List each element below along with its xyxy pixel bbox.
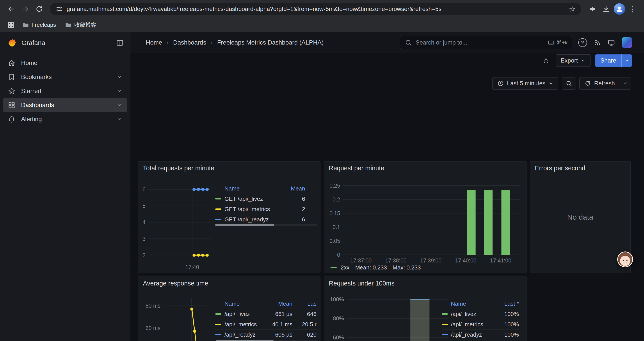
series-toggle[interactable]: /api/_readyz bbox=[215, 331, 262, 338]
time-range-picker[interactable]: Last 5 minutes bbox=[492, 77, 558, 90]
series-mean: Mean: 0.233 bbox=[355, 264, 387, 271]
legend-header-name[interactable]: Name bbox=[224, 185, 240, 192]
svg-text:2: 2 bbox=[142, 252, 146, 258]
extensions-button[interactable] bbox=[586, 3, 598, 15]
sidebar-item-starred[interactable]: Starred bbox=[3, 84, 127, 98]
display-button[interactable] bbox=[608, 39, 615, 46]
search-input[interactable] bbox=[416, 39, 544, 46]
shortcut-text: ⌘+k bbox=[556, 40, 568, 46]
svg-text:17:40: 17:40 bbox=[186, 264, 199, 270]
chevron-down-icon bbox=[548, 81, 553, 86]
bookmark-folder-freeleaps[interactable]: Freeleaps bbox=[19, 21, 59, 30]
series-toggle[interactable]: /api/_livez bbox=[442, 311, 495, 317]
favorite-star-icon[interactable]: ☆ bbox=[542, 56, 550, 65]
breadcrumb-home[interactable]: Home bbox=[146, 39, 162, 46]
brand-name: Grafana bbox=[22, 39, 45, 47]
panel-title[interactable]: Request per minute bbox=[329, 165, 384, 172]
grafana-logo[interactable] bbox=[6, 38, 17, 48]
zoom-out-button[interactable] bbox=[562, 77, 576, 90]
dashboard-toolbar: ☆ Export Share bbox=[130, 53, 644, 68]
refresh-interval-button[interactable] bbox=[620, 77, 631, 90]
legend-header-last[interactable]: Last * bbox=[495, 300, 519, 307]
svg-text:17:39:00: 17:39:00 bbox=[420, 257, 442, 263]
series-toggle[interactable]: /api/_metrics bbox=[442, 321, 495, 328]
browser-reload-button[interactable] bbox=[33, 3, 46, 15]
bookmark-label: 收藏博客 bbox=[74, 21, 96, 29]
svg-text:17:40:00: 17:40:00 bbox=[455, 257, 476, 263]
apps-grid-button[interactable] bbox=[6, 20, 16, 30]
downloads-button[interactable] bbox=[600, 3, 612, 15]
browser-profile-avatar[interactable] bbox=[614, 3, 625, 15]
site-info-icon[interactable] bbox=[56, 6, 63, 13]
help-button[interactable]: ? bbox=[578, 38, 587, 47]
browser-back-button[interactable] bbox=[5, 3, 18, 15]
user-avatar[interactable] bbox=[622, 37, 632, 48]
scrollbar-thumb[interactable] bbox=[215, 224, 274, 226]
panel-title[interactable]: Total requests per minute bbox=[143, 165, 214, 172]
series-toggle[interactable]: /api/_readyz bbox=[442, 331, 495, 338]
svg-text:17:41:00: 17:41:00 bbox=[490, 257, 512, 263]
export-label: Export bbox=[561, 57, 578, 64]
bookmark-folder-blogs[interactable]: 收藏博客 bbox=[62, 20, 99, 30]
series-toggle[interactable]: GET /api/_livez bbox=[215, 195, 288, 202]
panel-requests-under-100ms: Requests under 100ms 0%20%40%60%80%100%1… bbox=[324, 276, 526, 341]
address-bar[interactable]: ☆ bbox=[50, 3, 581, 15]
avatar-face-icon bbox=[618, 252, 632, 267]
download-icon bbox=[602, 5, 610, 13]
share-menu-button[interactable] bbox=[622, 55, 632, 67]
series-swatch-yellow bbox=[215, 208, 222, 210]
panel-title[interactable]: Requests under 100ms bbox=[329, 280, 394, 287]
breadcrumb-dashboards[interactable]: Dashboards bbox=[173, 39, 206, 46]
sidebar-item-alerting[interactable]: Alerting bbox=[3, 112, 127, 126]
sidebar-item-dashboards[interactable]: Dashboards bbox=[3, 98, 127, 112]
home-icon bbox=[8, 59, 15, 67]
refresh-button[interactable]: Refresh bbox=[579, 77, 620, 90]
url-input[interactable] bbox=[67, 6, 565, 13]
refresh-icon bbox=[584, 80, 591, 87]
legend-header-last[interactable]: Las bbox=[292, 300, 316, 307]
legend-header-mean[interactable]: Mean bbox=[262, 300, 292, 307]
series-swatch-green bbox=[215, 198, 222, 199]
clock-icon bbox=[497, 80, 504, 87]
bookmark-star-icon[interactable]: ☆ bbox=[569, 5, 576, 14]
panel-title[interactable]: Average response time bbox=[143, 280, 208, 287]
legend-row: /api/_metrics 100% bbox=[442, 319, 519, 329]
bookmark-label: Freeleaps bbox=[32, 22, 56, 28]
legend-header-name[interactable]: Name bbox=[224, 300, 240, 307]
sidebar-item-home[interactable]: Home bbox=[3, 56, 127, 70]
share-split-button: Share bbox=[595, 55, 632, 67]
puzzle-icon bbox=[588, 5, 596, 13]
news-button[interactable] bbox=[594, 39, 601, 46]
grafana-app: Grafana Home Bookmarks Starred bbox=[0, 32, 644, 341]
series-toggle[interactable]: GET /api/_metrics bbox=[215, 206, 288, 213]
series-swatch-green bbox=[330, 267, 337, 268]
chevron-down-icon bbox=[581, 58, 586, 63]
series-toggle[interactable]: /api/_metrics bbox=[215, 321, 262, 328]
legend-header-name[interactable]: Name bbox=[451, 300, 466, 307]
legend-header-mean[interactable]: Mean bbox=[288, 185, 305, 192]
series-toggle[interactable]: GET /api/_readyz bbox=[215, 216, 288, 223]
svg-text:0.05: 0.05 bbox=[330, 238, 340, 244]
series-swatch-green bbox=[442, 313, 448, 315]
browser-forward-button[interactable] bbox=[19, 3, 32, 15]
sidebar-item-bookmarks[interactable]: Bookmarks bbox=[3, 70, 127, 84]
top-nav: Home › Dashboards › Freeleaps Metrics Da… bbox=[130, 32, 644, 53]
svg-text:0.1: 0.1 bbox=[332, 224, 340, 230]
search-box[interactable]: ⌘+k bbox=[400, 36, 572, 49]
svg-text:17:37:00: 17:37:00 bbox=[350, 257, 372, 263]
series-swatch-green bbox=[215, 313, 222, 315]
sidebar-collapse-button[interactable] bbox=[116, 39, 124, 47]
share-label: Share bbox=[600, 57, 616, 64]
topnav-icons: ? bbox=[578, 37, 632, 48]
browser-menu-button[interactable]: ⋮ bbox=[626, 3, 639, 15]
breadcrumb: Home › Dashboards › Freeleaps Metrics Da… bbox=[146, 39, 324, 46]
assistant-avatar[interactable] bbox=[617, 251, 633, 267]
series-toggle[interactable]: /api/_livez bbox=[215, 311, 262, 317]
export-button[interactable]: Export bbox=[556, 55, 591, 67]
series-swatch-blue bbox=[215, 219, 222, 220]
time-controls: Last 5 minutes Refresh bbox=[130, 76, 644, 90]
sidebar-item-label: Bookmarks bbox=[21, 74, 52, 81]
legend-row: GET /api/_readyz 6 bbox=[215, 214, 305, 225]
series-name[interactable]: 2xx bbox=[341, 264, 350, 271]
share-button[interactable]: Share bbox=[595, 55, 622, 67]
